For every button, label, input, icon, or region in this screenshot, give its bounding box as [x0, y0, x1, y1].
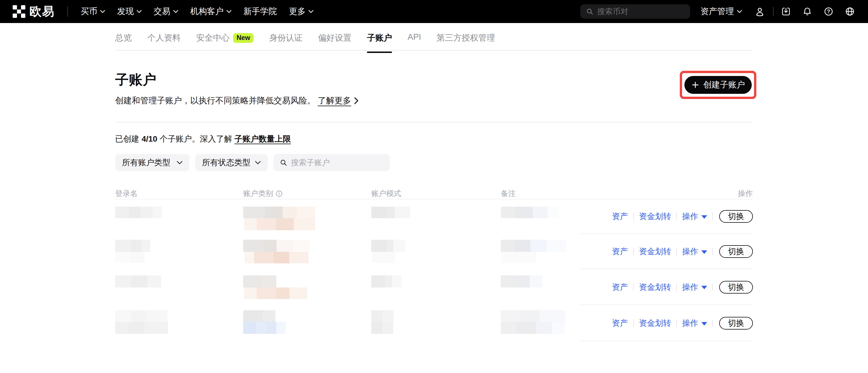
- more-actions-dropdown[interactable]: 操作: [682, 282, 707, 293]
- action-divider: [633, 248, 634, 255]
- new-badge: New: [233, 33, 253, 43]
- table-row: 资产 资金划转 操作 切换: [115, 305, 753, 341]
- brand-name: 欧易: [29, 3, 55, 20]
- caret-down-icon: [701, 322, 707, 325]
- assets-link[interactable]: 资产: [612, 211, 628, 222]
- redacted-login-line2: [115, 322, 168, 334]
- subaccount-search-input[interactable]: [291, 158, 383, 167]
- learn-more-label: 了解更多: [318, 95, 351, 106]
- more-actions-dropdown[interactable]: 操作: [682, 318, 707, 329]
- nav-item-academy[interactable]: 新手学院: [244, 6, 277, 17]
- info-icon[interactable]: [275, 190, 283, 197]
- assets-link[interactable]: 资产: [612, 246, 628, 257]
- caret-down-icon: [701, 250, 707, 254]
- action-divider: [676, 283, 677, 291]
- nav-divider: [67, 7, 68, 17]
- nav-menu: 买币 发现 交易 机构客户 新手学院 更多: [81, 6, 313, 17]
- account-type-value: 所有账户类型: [122, 157, 170, 168]
- highlight-annotation-box: 创建子账户: [680, 71, 756, 99]
- more-actions-dropdown[interactable]: 操作: [682, 211, 707, 222]
- redacted-category: [243, 310, 275, 322]
- tab-profile[interactable]: 个人资料: [147, 29, 181, 52]
- svg-text:?: ?: [827, 9, 830, 14]
- table-header-divider: [115, 199, 753, 199]
- tab-preferences[interactable]: 偏好设置: [318, 29, 351, 52]
- subaccount-limit-link[interactable]: 子账户数量上限: [235, 133, 291, 145]
- more-actions-dropdown[interactable]: 操作: [682, 246, 707, 257]
- transfer-link[interactable]: 资金划转: [639, 246, 671, 257]
- header-login: 登录名: [115, 188, 137, 198]
- tab-third-party-auth[interactable]: 第三方授权管理: [437, 29, 495, 52]
- tab-identity-verification[interactable]: 身份认证: [269, 29, 303, 52]
- redacted-note: [501, 240, 566, 252]
- create-subaccount-label: 创建子账户: [703, 79, 745, 91]
- transfer-link[interactable]: 资金划转: [639, 318, 671, 329]
- nav-item-institutional[interactable]: 机构客户: [190, 6, 231, 17]
- row-actions: 资产 资金划转 操作 切换: [612, 281, 753, 293]
- caret-down-icon: [701, 286, 707, 289]
- nav-item-more[interactable]: 更多: [289, 6, 313, 17]
- header-actions: 操作: [738, 188, 753, 198]
- switch-button[interactable]: 切换: [719, 281, 753, 293]
- action-divider: [676, 319, 677, 327]
- subaccount-search-box[interactable]: [273, 154, 390, 171]
- tab-overview[interactable]: 总览: [115, 29, 132, 52]
- redacted-mode: [371, 240, 405, 252]
- nav-item-discover[interactable]: 发现: [117, 6, 142, 17]
- switch-button[interactable]: 切换: [719, 317, 753, 330]
- pair-search-input[interactable]: [597, 7, 684, 16]
- nav-item-label: 新手学院: [244, 6, 277, 17]
- assets-management-dropdown[interactable]: 资产管理: [701, 6, 742, 17]
- action-divider: [633, 283, 634, 291]
- help-icon[interactable]: ?: [824, 7, 834, 17]
- user-icon[interactable]: [754, 6, 765, 17]
- redacted-category: [243, 207, 315, 218]
- nav-item-buy[interactable]: 买币: [81, 6, 105, 17]
- learn-more-link[interactable]: 了解更多: [318, 95, 359, 106]
- tab-label: 总览: [115, 32, 132, 44]
- more-actions-label: 操作: [682, 211, 698, 222]
- created-count-line: 已创建 4/10 个子账户。深入了解 子账户数量上限: [115, 133, 291, 145]
- pair-search-box[interactable]: [580, 4, 690, 19]
- switch-button[interactable]: 切换: [719, 245, 753, 258]
- redacted-note: [501, 275, 542, 287]
- chevron-down-icon: [226, 10, 231, 13]
- globe-language-icon[interactable]: [845, 7, 855, 17]
- redacted-mode: [371, 207, 410, 218]
- chevron-down-icon: [737, 10, 742, 13]
- created-prefix: 已创建: [115, 133, 139, 145]
- tab-label: API: [407, 32, 421, 42]
- header-note: 备注: [501, 188, 516, 198]
- header-category: 账户类别: [243, 188, 283, 198]
- tab-security-center[interactable]: 安全中心 New: [196, 29, 253, 52]
- nav-item-trade[interactable]: 交易: [154, 6, 178, 17]
- assets-link[interactable]: 资产: [612, 282, 628, 293]
- redacted-note: [501, 310, 565, 322]
- action-divider: [712, 319, 713, 327]
- redacted-login: [115, 275, 161, 287]
- status-type-filter[interactable]: 所有状态类型: [195, 154, 268, 171]
- transfer-link[interactable]: 资金划转: [639, 211, 671, 222]
- table-header-row: 登录名 账户类别 账户模式 备注 操作: [115, 188, 753, 200]
- row-actions: 资产 资金划转 操作 切换: [612, 210, 753, 223]
- tab-api[interactable]: API: [407, 29, 421, 50]
- action-divider: [633, 213, 634, 220]
- redacted-category: [243, 240, 310, 252]
- caret-down-icon: [701, 215, 707, 219]
- redacted-category-line2: [245, 252, 309, 263]
- notifications-bell-icon[interactable]: [802, 7, 812, 17]
- create-subaccount-button[interactable]: 创建子账户: [684, 76, 752, 94]
- okx-logo[interactable]: 欧易: [13, 3, 55, 20]
- redacted-login-line2: [116, 252, 145, 263]
- download-app-icon[interactable]: [781, 7, 791, 17]
- account-type-filter[interactable]: 所有账户类型: [115, 154, 189, 171]
- redacted-note-line2: [501, 252, 536, 263]
- nav-item-label: 更多: [289, 6, 306, 17]
- chevron-down-icon: [177, 161, 183, 165]
- transfer-link[interactable]: 资金划转: [639, 282, 671, 293]
- assets-link[interactable]: 资产: [612, 318, 628, 329]
- switch-button[interactable]: 切换: [719, 210, 753, 223]
- tab-label: 安全中心: [196, 32, 230, 44]
- redacted-note: [501, 207, 559, 218]
- tab-subaccounts[interactable]: 子账户: [367, 29, 392, 52]
